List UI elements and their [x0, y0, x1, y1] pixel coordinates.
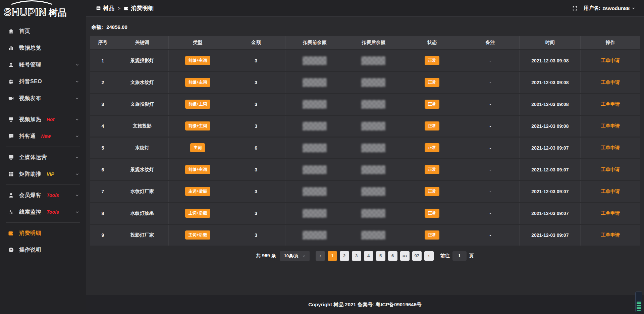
status-cell: 正常: [403, 137, 461, 159]
serial-number: 4: [101, 123, 104, 129]
time-cell: 2021-12-03 09:08: [520, 50, 581, 71]
balance-after-redacted: [361, 100, 385, 109]
balance-before-redacted: [303, 209, 327, 218]
prev-page-button[interactable]: ‹: [316, 251, 325, 261]
wallet-icon: [124, 6, 129, 11]
page-button-5[interactable]: 5: [376, 251, 385, 261]
time-cell: 2021-12-03 09:07: [520, 180, 581, 202]
user-menu[interactable]: 用户名: zswodun88: [584, 5, 635, 11]
ticket-apply-link[interactable]: 工单申请: [601, 167, 620, 172]
page-button-97[interactable]: 97: [412, 251, 422, 261]
time-cell: 2021-12-03 09:08: [520, 71, 581, 93]
table-header-row: 序号关键词类型金额扣费前余额扣费后余额状态备注时间操作: [90, 36, 640, 50]
ticket-apply-link[interactable]: 工单申请: [601, 210, 620, 216]
keyword-text: 水纹灯厂家: [130, 189, 154, 194]
page-button-2[interactable]: 2: [340, 251, 349, 261]
amount-cell: 3: [227, 93, 285, 115]
goto-suffix: 页: [469, 253, 474, 259]
ticket-apply-link[interactable]: 工单申请: [601, 232, 620, 238]
balance-after-cell: [344, 71, 403, 93]
table-column-header: 扣费后余额: [344, 36, 403, 50]
status-badge: 正常: [425, 187, 439, 196]
balance-after-redacted: [361, 56, 385, 65]
remark-text: -: [490, 167, 491, 172]
sidebar-item-matrix-boost[interactable]: 矩阵助推VIP: [0, 166, 86, 182]
action-cell: 工单申请: [581, 180, 640, 202]
sidebar-item-member-baoke[interactable]: 会员爆客Tools: [0, 187, 86, 204]
sidebar-item-home[interactable]: 首页: [0, 23, 86, 40]
remark-text: -: [490, 211, 491, 216]
ticket-apply-link[interactable]: 工单申请: [601, 80, 620, 85]
video-icon: [8, 95, 14, 101]
sidebar-item-consumption-detail[interactable]: 消费明细: [0, 225, 86, 242]
ticket-apply-link[interactable]: 工单申请: [601, 123, 620, 128]
type-badge: 前缀+主词: [185, 165, 210, 174]
sidebar-item-operation-guide[interactable]: ?操作说明: [0, 242, 86, 258]
breadcrumb-item-shupin[interactable]: 树品: [96, 4, 114, 12]
type-badge: 主词+后缀: [185, 187, 210, 196]
keyword-text: 文旅水纹灯: [130, 80, 154, 85]
type-cell: 前缀+主词: [169, 159, 227, 180]
grid-icon: [8, 171, 14, 177]
screen-icon: [8, 116, 14, 122]
page-button-1[interactable]: 1: [328, 251, 337, 261]
status-cell: 正常: [403, 159, 461, 180]
username-value: zswodun88: [602, 5, 630, 11]
goto-page-input[interactable]: [452, 251, 467, 261]
next-page-button[interactable]: ›: [424, 251, 434, 261]
more-pages-button[interactable]: •••: [400, 251, 410, 261]
page-button-3[interactable]: 3: [352, 251, 361, 261]
remark-cell: -: [461, 137, 520, 159]
status-badge: 正常: [425, 100, 439, 109]
table-body: 1景观投影灯前缀+主词3正常-2021-12-03 09:08工单申请2文旅水纹…: [90, 50, 640, 246]
pagination: 共 969 条 10条/页 ‹123456•••97› 前往 页: [90, 251, 640, 261]
page-button-6[interactable]: 6: [388, 251, 397, 261]
balance-before-redacted: [303, 231, 327, 240]
balance-after-cell: [344, 93, 403, 115]
chevron-down-icon: [632, 6, 635, 10]
sidebar-item-video-heat[interactable]: 视频加热Hot: [0, 111, 86, 128]
time-cell: 2021-12-03 09:07: [520, 202, 581, 224]
sidebar-item-account-management[interactable]: 账号管理: [0, 56, 86, 73]
breadcrumb-item-consumption-detail[interactable]: 消费明细: [124, 4, 154, 12]
amount-value: 3: [255, 189, 257, 194]
type-cell: 前缀+主词: [169, 93, 227, 115]
page-size-select[interactable]: 10条/页: [280, 251, 310, 261]
status-badge: 正常: [425, 78, 439, 87]
table-column-header: 备注: [461, 36, 520, 50]
sidebar-item-label: 视频加热: [19, 116, 41, 123]
ticket-apply-link[interactable]: 工单申请: [601, 145, 620, 150]
sidebar-item-label: 视频发布: [19, 95, 41, 102]
balance-before-redacted: [303, 187, 327, 196]
ticket-apply-link[interactable]: 工单申请: [601, 101, 620, 107]
sidebar-item-douyin-seo[interactable]: 抖音SEO: [0, 73, 86, 90]
ticket-apply-link[interactable]: 工单申请: [601, 58, 620, 63]
table-column-header: 状态: [403, 36, 461, 50]
table-row: 4文旅投影前缀+主词3正常-2021-12-03 09:08工单申请: [90, 115, 640, 137]
sidebar-nav: 首页数据总览账号管理抖音SEO视频发布视频加热Hot抖客通New全媒体运营矩阵助…: [0, 20, 86, 258]
status-cell: 正常: [403, 202, 461, 224]
serial-number-cell: 6: [90, 159, 116, 180]
status-cell: 正常: [403, 224, 461, 246]
sidebar-item-douketong[interactable]: 抖客通New: [0, 128, 86, 145]
breadcrumb-label: 树品: [103, 4, 114, 12]
fullscreen-icon[interactable]: [572, 6, 578, 11]
chevron-down-icon: [302, 254, 306, 258]
balance-before-redacted: [303, 144, 327, 152]
table-row: 8水纹灯效果主词+后缀3正常-2021-12-03 09:07工单申请: [90, 202, 640, 224]
status-badge: 正常: [425, 209, 439, 218]
sidebar-item-lead-monitor[interactable]: 线索监控Tools: [0, 204, 86, 220]
sidebar-item-video-publish[interactable]: 视频发布: [0, 90, 86, 107]
action-cell: 工单申请: [581, 202, 640, 224]
extension-widget[interactable]: [635, 292, 642, 312]
amount-cell: 3: [227, 50, 285, 71]
page-button-4[interactable]: 4: [364, 251, 373, 261]
serial-number: 3: [101, 102, 104, 107]
sidebar-item-all-media-operation[interactable]: 全媒体运营: [0, 149, 86, 166]
home-icon: [8, 28, 14, 34]
table-row: 5水纹灯主词6正常-2021-12-03 09:07工单申请: [90, 137, 640, 159]
ticket-apply-link[interactable]: 工单申请: [601, 189, 620, 194]
keyword-cell: 文旅投影: [116, 115, 168, 137]
sidebar-item-data-overview[interactable]: 数据总览: [0, 40, 86, 56]
remark-text: -: [490, 58, 491, 63]
